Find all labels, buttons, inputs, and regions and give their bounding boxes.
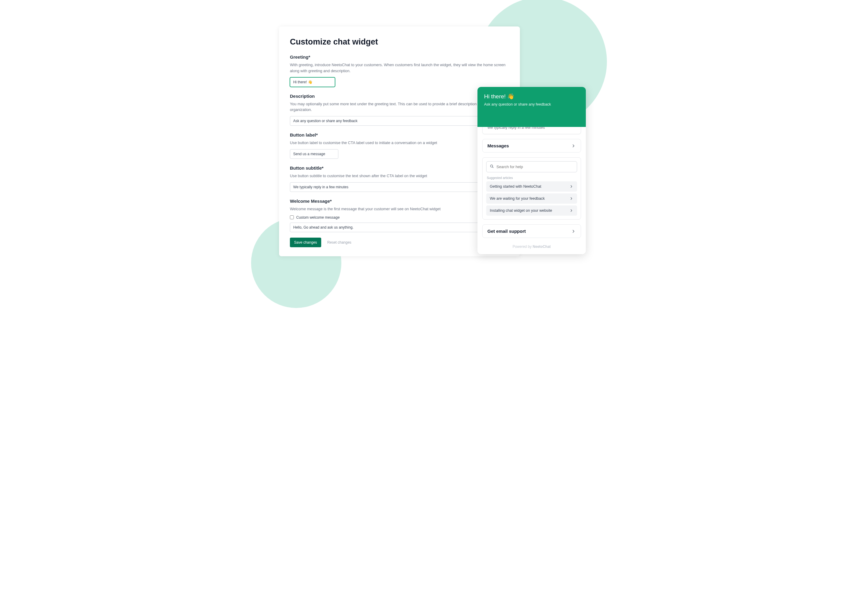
field-label-button-subtitle: Button subtitle* [290,165,509,171]
search-icon [490,164,494,170]
powered-prefix: Powered by [513,245,533,249]
chevron-right-icon [569,184,574,189]
messages-card[interactable]: Messages [482,139,581,152]
field-description: Description You may optionally put some … [290,94,509,126]
powered-brand: NeetoChat [533,245,550,249]
chevron-right-icon [569,209,574,213]
article-row[interactable]: We are waiting for your feedback [486,193,577,204]
suggested-articles-label: Suggested articles [487,176,577,179]
svg-point-0 [490,165,493,167]
article-row[interactable]: Getting started with NeetoChat [486,181,577,192]
field-greeting: Greeting* With greeting, introduce Neeto… [290,55,509,87]
article-label: Installing chat widget on your website [490,209,552,213]
form-actions: Save changes Reset changes [290,237,509,247]
chat-greeting: Hi there! 👋 [484,93,579,100]
field-label-greeting: Greeting* [290,55,509,60]
custom-welcome-checkbox-label[interactable]: Custom welcome message [296,215,340,220]
field-button-subtitle: Button subtitle* Use button subtitle to … [290,165,509,192]
field-help-description: You may optionally put some more text un… [290,101,509,113]
chevron-right-icon [571,143,576,148]
page-title: Customize chat widget [290,37,509,47]
field-help-welcome: Welcome message is the first message tha… [290,206,509,212]
powered-by: Powered by NeetoChat [478,239,586,253]
description-input[interactable] [290,116,509,126]
article-label: Getting started with NeetoChat [490,184,541,189]
reset-button[interactable]: Reset changes [327,240,351,245]
chat-description: Ask any question or share any feedback [484,102,579,107]
button-subtitle-input[interactable] [290,182,509,192]
save-button[interactable]: Save changes [290,237,321,247]
search-for-help-box[interactable] [486,161,577,172]
search-input[interactable] [497,165,574,169]
custom-welcome-checkbox[interactable] [290,215,294,219]
field-help-greeting: With greeting, introduce NeetoChat to yo… [290,62,509,74]
field-help-button-label: Use button label to customise the CTA la… [290,140,509,146]
chat-widget-header: Hi there! 👋 Ask any question or share an… [478,87,586,127]
field-label-description: Description [290,94,509,99]
article-row[interactable]: Installing chat widget on your website [486,206,577,216]
article-label: We are waiting for your feedback [490,196,545,201]
field-welcome-message: Welcome Message* Welcome message is the … [290,198,509,232]
help-card: Suggested articles Getting started with … [482,157,581,220]
field-label-button-label: Button label* [290,132,509,137]
messages-label: Messages [487,143,509,148]
email-support-label: Get email support [487,229,526,234]
chevron-right-icon [571,229,576,234]
email-support-card[interactable]: Get email support [482,225,581,238]
field-button-label: Button label* Use button label to custom… [290,132,509,159]
chevron-right-icon [569,196,574,201]
field-help-button-subtitle: Use button subtitle to customise the tex… [290,173,509,179]
button-label-input[interactable] [290,149,338,159]
field-label-welcome: Welcome Message* [290,198,509,204]
greeting-input[interactable] [290,77,335,87]
welcome-message-input[interactable] [290,223,509,232]
chat-widget-preview: Hi there! 👋 Ask any question or share an… [478,87,586,254]
